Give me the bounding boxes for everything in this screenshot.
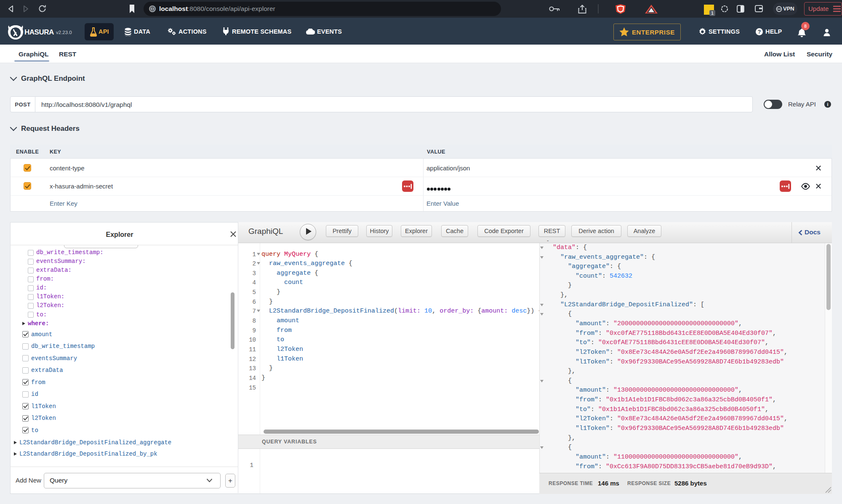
svg-text:1: 1 xyxy=(711,11,714,16)
svg-text:?: ? xyxy=(758,29,761,35)
